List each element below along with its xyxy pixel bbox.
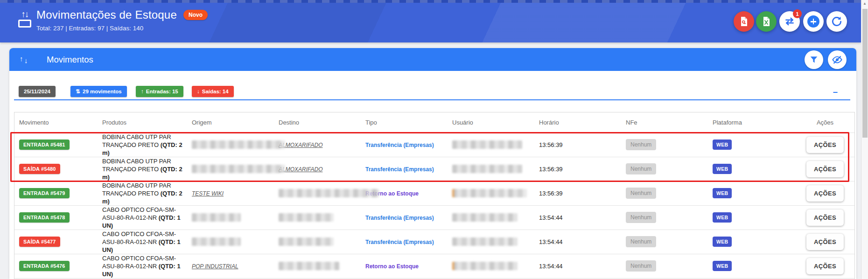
export-excel-button[interactable] — [756, 11, 777, 32]
origin-link[interactable]: POP INDUSTRIAL — [192, 263, 238, 270]
movements-table: Movimento Produtos Origem Destino Tipo U… — [14, 112, 854, 279]
table-row: ENTRADA #5481 BOBINA CABO UTP PAR TRANÇA… — [14, 133, 854, 157]
platform-chip: WEB — [713, 212, 732, 223]
redacted-destination — [279, 213, 334, 222]
swap-vertical-icon: ⇅ — [76, 88, 80, 95]
actions-button[interactable]: AÇÕES — [806, 137, 844, 153]
time-value: 13:56:39 — [539, 166, 563, 173]
column-header-tipo: Tipo — [361, 112, 448, 133]
movement-badge: ENTRADA #5478 — [19, 212, 70, 223]
banner-top-strip — [0, 0, 861, 3]
arrow-up-icon: ↑ — [21, 9, 25, 19]
summary-chips-row: 25/11/2024 ⇅ 29 movimentos ↑ Entradas: 1… — [19, 86, 234, 97]
movement-badge: ENTRADA #5481 — [19, 140, 70, 150]
product-text: CABO OPTICO CFOA-SM-ASU-80-RA-012-NR (QT… — [102, 206, 183, 230]
destination-link[interactable]: ALMOXARIFADO — [279, 166, 322, 173]
hide-values-button[interactable] — [828, 50, 847, 69]
excel-file-icon — [761, 16, 772, 27]
transfers-button[interactable]: 1 — [779, 11, 800, 32]
date-chip: 25/11/2024 — [19, 86, 56, 97]
redacted-destination — [279, 237, 334, 246]
entries-count-chip: ↑ Entradas: 15 — [136, 86, 183, 97]
actions-button[interactable]: AÇÕES — [806, 161, 844, 177]
redacted-origin — [192, 237, 241, 246]
column-header-acoes: Ações — [795, 112, 854, 133]
column-header-destino: Destino — [274, 112, 361, 133]
table-header-row: Movimento Produtos Origem Destino Tipo U… — [14, 112, 854, 133]
movement-type-link[interactable]: Retorno ao Estoque — [365, 263, 419, 270]
movement-type-link[interactable]: Transferência (Empresas) — [365, 166, 434, 173]
movement-type-link[interactable]: Transferência (Empresas) — [365, 215, 434, 221]
redacted-user — [452, 140, 522, 149]
panel-title: Movimentos — [47, 55, 93, 65]
redacted-destination — [279, 189, 379, 197]
destination-link[interactable]: ALMOXARIFADO — [279, 142, 322, 148]
movement-badge: SAÍDA #5477 — [19, 237, 60, 247]
column-header-produtos: Produtos — [98, 112, 187, 133]
nfe-chip: Nenhum — [626, 139, 656, 150]
time-value: 13:54:44 — [539, 214, 563, 221]
actions-button[interactable]: AÇÕES — [806, 209, 844, 226]
movement-badge: ENTRADA #5479 — [19, 188, 70, 198]
time-value: 13:54:44 — [539, 263, 563, 270]
movements-count-chip: ⇅ 29 movimentos — [70, 86, 127, 97]
redacted-origin — [192, 213, 241, 222]
redacted-user — [452, 262, 518, 270]
redacted-user — [452, 189, 527, 197]
scrollbar-up-arrow[interactable]: ▲ — [861, 1, 868, 6]
eye-off-icon — [832, 54, 843, 65]
movement-badge: ENTRADA #5476 — [19, 261, 70, 271]
product-text: BOBINA CABO UTP PAR TRANÇADO PRETO (QTD:… — [102, 157, 183, 181]
redacted-user — [452, 237, 518, 246]
time-value: 13:54:44 — [539, 238, 563, 245]
funnel-icon — [809, 55, 819, 65]
nfe-chip: Nenhum — [626, 260, 656, 272]
column-header-plataforma: Plataforma — [708, 112, 795, 133]
filter-button[interactable] — [805, 50, 823, 69]
page-header-banner: ↑↓ Movimentações de Estoque Novo Total: … — [0, 0, 861, 42]
origin-link[interactable]: TESTE WIKI — [192, 190, 224, 197]
collapse-section-button[interactable]: − — [833, 89, 838, 96]
totals-subtitle: Total: 237 | Entradas: 97 | Saídas: 140 — [36, 25, 208, 32]
redacted-user — [452, 165, 522, 173]
nfe-chip: Nenhum — [626, 188, 656, 199]
column-header-origem: Origem — [187, 112, 274, 133]
platform-chip: WEB — [713, 140, 732, 150]
actions-button[interactable]: AÇÕES — [806, 185, 844, 202]
column-header-movimento: Movimento — [14, 112, 98, 133]
nfe-chip: Nenhum — [626, 236, 656, 247]
column-header-horario: Horário — [534, 112, 621, 133]
platform-chip: WEB — [713, 188, 732, 198]
export-pdf-button[interactable] — [734, 11, 754, 32]
actions-button[interactable]: AÇÕES — [806, 258, 844, 274]
redacted-destination — [279, 262, 339, 270]
table-row: ENTRADA #5476 CABO OPTICO CFOA-SM-ASU-80… — [14, 254, 854, 278]
stock-movements-page: ↑↓ Movimentações de Estoque Novo Total: … — [0, 0, 868, 279]
product-text: CABO OPTICO CFOA-SM-ASU-80-RA-012-NR (QT… — [102, 254, 183, 278]
section-divider — [14, 99, 850, 100]
box-icon — [18, 20, 31, 28]
movement-type-link[interactable]: Transferência (Empresas) — [365, 142, 434, 148]
movements-panel: ↑ ↓ Movimentos 25/11/2024 — [9, 48, 856, 279]
swap-horizontal-icon — [784, 15, 796, 28]
time-value: 13:56:39 — [539, 141, 563, 148]
refresh-button[interactable] — [826, 11, 847, 32]
redacted-origin — [192, 140, 285, 149]
time-value: 13:56:39 — [539, 190, 563, 197]
scrollbar-thumb[interactable] — [862, 9, 868, 138]
plus-icon — [807, 15, 819, 28]
actions-button[interactable]: AÇÕES — [806, 234, 844, 250]
add-movement-button[interactable] — [803, 11, 824, 32]
page-title: Movimentações de Estoque — [36, 8, 177, 21]
arrow-down-icon: ↓ — [25, 9, 28, 19]
nfe-chip: Nenhum — [626, 163, 656, 174]
redacted-origin — [192, 165, 285, 173]
redacted-user — [452, 213, 518, 222]
table-row: ENTRADA #5478 CABO OPTICO CFOA-SM-ASU-80… — [14, 205, 854, 230]
page-scrollbar[interactable]: ▲ — [861, 0, 868, 279]
movements-panel-header: ↑ ↓ Movimentos — [9, 48, 856, 71]
movements-table-container: Movimento Produtos Origem Destino Tipo U… — [14, 112, 855, 279]
movement-type-link[interactable]: Transferência (Empresas) — [365, 239, 434, 245]
stock-box-arrows-icon: ↑↓ — [14, 10, 35, 34]
platform-chip: WEB — [713, 164, 732, 174]
